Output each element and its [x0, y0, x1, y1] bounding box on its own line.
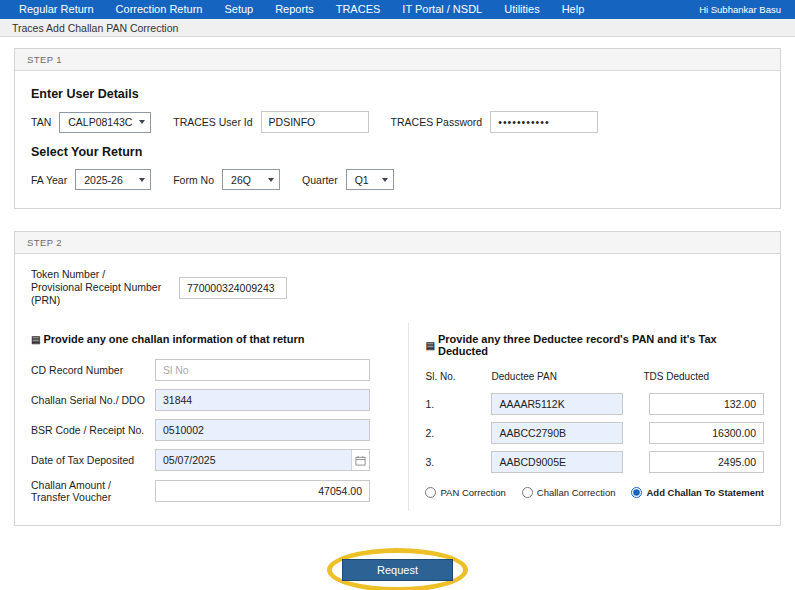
row1-sl-no: 1. — [425, 398, 471, 410]
col-header-sl-no: Sl. No. — [425, 371, 471, 386]
menu-item-traces[interactable]: TRACES — [325, 0, 392, 19]
select-your-return-heading: Select Your Return — [31, 145, 764, 159]
challan-serial-row: Challan Serial No./ DDO — [31, 389, 394, 411]
menu-item-it-portal-nsdl[interactable]: IT Portal / NSDL — [391, 0, 493, 19]
traces-user-id-label: TRACES User Id — [173, 116, 252, 128]
row1-pan-input[interactable] — [491, 393, 623, 415]
deductee-heading-text: Provide any three Deductee record's PAN … — [438, 333, 764, 357]
cd-record-input[interactable] — [155, 359, 370, 381]
row3-pan-input[interactable] — [491, 451, 623, 473]
step1-body: Enter User Details TAN CALP08143C TRACES… — [15, 71, 780, 208]
request-area: Request — [14, 548, 781, 590]
user-greeting: Hi Subhankar Basu — [699, 4, 787, 15]
deductee-table: Sl. No. Deductee PAN TDS Deducted 1. 2. … — [425, 371, 764, 473]
quarter-label: Quarter — [302, 174, 338, 186]
menu-item-setup[interactable]: Setup — [213, 0, 264, 19]
form-no-select-value: 26Q — [231, 174, 251, 186]
prn-label-line2: Provisional Receipt Number (PRN) — [31, 281, 161, 306]
chevron-down-icon — [139, 178, 145, 182]
challan-amount-label-line2: Transfer Voucher — [31, 491, 111, 503]
fa-year-select[interactable]: 2025-26 — [75, 169, 151, 190]
request-button[interactable]: Request — [342, 559, 453, 581]
col-header-tds-deducted: TDS Deducted — [643, 371, 764, 386]
radio-add-challan-to-statement-input[interactable] — [631, 487, 642, 498]
row2-pan-input[interactable] — [491, 422, 623, 444]
traces-password-label: TRACES Password — [391, 116, 483, 128]
date-deposited-row: Date of Tax Deposited — [31, 449, 394, 471]
step2-panel: STEP 2 Token Number / Provisional Receip… — [14, 231, 781, 526]
step2-columns: ▤ Provide any one challan information of… — [31, 323, 764, 511]
row3-tds-input[interactable] — [649, 451, 764, 473]
top-menubar: Regular Return Correction Return Setup R… — [0, 0, 795, 19]
chevron-down-icon — [139, 120, 145, 124]
return-selection-row: FA Year 2025-26 Form No 26Q Quarter Q1 — [31, 169, 764, 190]
radio-add-challan-to-statement[interactable]: Add Challan To Statement — [631, 487, 764, 498]
cd-record-label: CD Record Number — [31, 364, 155, 376]
form-no-label: Form No — [173, 174, 214, 186]
quarter-select[interactable]: Q1 — [346, 169, 394, 190]
tan-label: TAN — [31, 116, 51, 128]
bsr-code-input[interactable] — [155, 419, 370, 441]
step2-body: Token Number / Provisional Receipt Numbe… — [15, 254, 780, 525]
date-of-tax-deposited-input[interactable] — [156, 450, 351, 470]
challan-amount-row: Challan Amount / Transfer Voucher — [31, 479, 394, 503]
radio-pan-correction[interactable]: PAN Correction — [425, 487, 505, 498]
form-icon: ▤ — [31, 334, 40, 345]
tan-select-value: CALP08143C — [68, 116, 132, 128]
menu-item-correction-return[interactable]: Correction Return — [105, 0, 214, 19]
menu-item-help[interactable]: Help — [551, 0, 596, 19]
challan-serial-input[interactable] — [155, 389, 370, 411]
step2-header: STEP 2 — [15, 232, 780, 254]
menu-item-utilities[interactable]: Utilities — [493, 0, 550, 19]
challan-amount-label-line1: Challan Amount / — [31, 479, 111, 491]
form-icon: ▤ — [425, 340, 434, 351]
prn-input[interactable] — [179, 277, 287, 299]
deductee-section: ▤ Provide any three Deductee record's PA… — [408, 323, 764, 511]
enter-user-details-heading: Enter User Details — [31, 87, 764, 101]
fa-year-select-value: 2025-26 — [84, 174, 123, 186]
step1-panel: STEP 1 Enter User Details TAN CALP08143C… — [14, 48, 781, 209]
chevron-down-icon — [382, 178, 388, 182]
traces-user-id-input[interactable] — [261, 111, 369, 133]
date-deposited-label: Date of Tax Deposited — [31, 454, 155, 466]
radio-challan-correction[interactable]: Challan Correction — [522, 487, 616, 498]
radio-challan-correction-input[interactable] — [522, 487, 533, 498]
chevron-down-icon — [268, 178, 274, 182]
menu-item-regular-return[interactable]: Regular Return — [8, 0, 105, 19]
row2-tds-input[interactable] — [649, 422, 764, 444]
row2-sl-no: 2. — [425, 427, 471, 439]
highlight-annotation: Request — [327, 548, 468, 590]
radio-pan-correction-label: PAN Correction — [440, 487, 505, 498]
prn-label: Token Number / Provisional Receipt Numbe… — [31, 268, 179, 307]
bsr-code-row: BSR Code / Receipt No. — [31, 419, 394, 441]
col-header-deductee-pan: Deductee PAN — [491, 371, 623, 386]
fa-year-label: FA Year — [31, 174, 67, 186]
traces-password-input[interactable] — [490, 111, 598, 133]
challan-amount-label: Challan Amount / Transfer Voucher — [31, 479, 155, 503]
user-details-row: TAN CALP08143C TRACES User Id TRACES Pas… — [31, 111, 764, 133]
radio-challan-correction-label: Challan Correction — [537, 487, 616, 498]
deductee-heading: ▤ Provide any three Deductee record's PA… — [425, 333, 764, 357]
menu-item-reports[interactable]: Reports — [264, 0, 325, 19]
bsr-code-label: BSR Code / Receipt No. — [31, 424, 155, 436]
challan-info-heading: ▤ Provide any one challan information of… — [31, 333, 394, 345]
form-no-select[interactable]: 26Q — [222, 169, 280, 190]
page-title: Traces Add Challan PAN Correction — [0, 19, 795, 37]
step1-header: STEP 1 — [15, 49, 780, 71]
row1-tds-input[interactable] — [649, 393, 764, 415]
challan-amount-input[interactable] — [155, 480, 370, 502]
main-content: STEP 1 Enter User Details TAN CALP08143C… — [0, 37, 795, 590]
radio-add-challan-to-statement-label: Add Challan To Statement — [646, 487, 764, 498]
calendar-icon[interactable] — [351, 450, 369, 470]
prn-row: Token Number / Provisional Receipt Numbe… — [31, 268, 764, 307]
prn-label-line1: Token Number / — [31, 268, 105, 280]
tan-select[interactable]: CALP08143C — [59, 112, 151, 133]
quarter-select-value: Q1 — [355, 174, 369, 186]
challan-info-section: ▤ Provide any one challan information of… — [31, 323, 408, 511]
row3-sl-no: 3. — [425, 456, 471, 468]
correction-type-options: PAN Correction Challan Correction Add Ch… — [425, 487, 764, 498]
challan-serial-label: Challan Serial No./ DDO — [31, 394, 155, 406]
radio-pan-correction-input[interactable] — [425, 487, 436, 498]
cd-record-row: CD Record Number — [31, 359, 394, 381]
challan-info-heading-text: Provide any one challan information of t… — [43, 333, 304, 345]
